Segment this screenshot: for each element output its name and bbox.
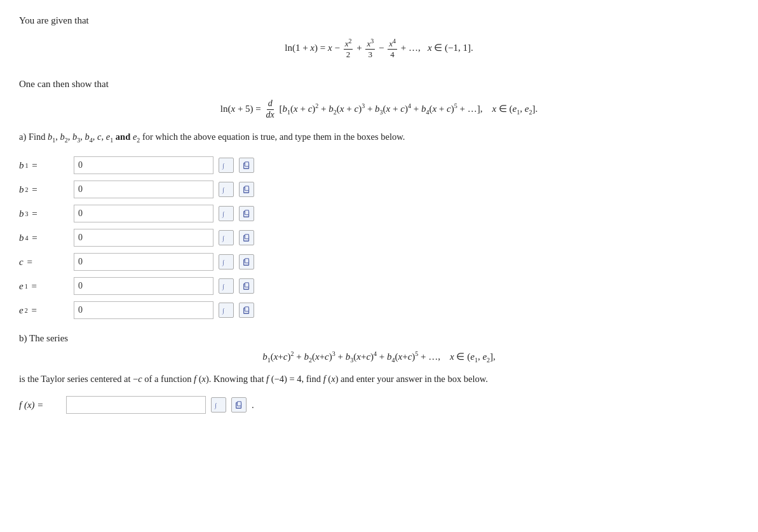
b1-copy-icon[interactable] <box>239 158 254 173</box>
e1-formula-icon[interactable]: ∫ <box>219 278 234 294</box>
svg-text:∫: ∫ <box>222 187 225 194</box>
e2-label: e2 = <box>19 305 70 316</box>
b2-formula-icon[interactable]: ∫ <box>219 182 234 197</box>
c-row: c = ∫ <box>19 253 739 271</box>
svg-text:∫: ∫ <box>222 259 225 267</box>
b3-label: b3 = <box>19 208 70 219</box>
b3-formula-icon[interactable]: ∫ <box>219 206 234 221</box>
part-a-inputs: b1 = ∫ b2 = ∫ b3 = ∫ b4 = ∫ <box>19 156 739 319</box>
e1-row: e1 = ∫ <box>19 277 739 295</box>
fx-input[interactable] <box>66 396 206 414</box>
fx-row: f (x) = ∫ . <box>19 396 739 414</box>
c-copy-icon[interactable] <box>239 254 254 269</box>
e2-input[interactable] <box>74 301 213 319</box>
part-b-body: is the Taylor series centered at −c of a… <box>19 374 739 385</box>
b2-label: b2 = <box>19 184 70 195</box>
part-b-intro: b) The series <box>19 333 739 344</box>
b1-input[interactable] <box>74 156 213 174</box>
svg-text:∫: ∫ <box>222 211 225 219</box>
b4-input[interactable] <box>74 229 213 247</box>
svg-rect-11 <box>245 235 248 239</box>
e1-label: e1 = <box>19 281 70 292</box>
svg-text:∫: ∫ <box>222 235 225 243</box>
b4-row: b4 = ∫ <box>19 229 739 247</box>
b4-copy-icon[interactable] <box>239 230 254 245</box>
svg-text:∫: ∫ <box>222 163 225 170</box>
part-b-section: b) The series b1(x+c)2 + b2(x+c)3 + b3(x… <box>19 333 739 414</box>
fx-copy-icon[interactable] <box>231 397 247 413</box>
svg-rect-23 <box>237 402 241 406</box>
svg-rect-5 <box>245 186 248 191</box>
svg-rect-17 <box>245 283 248 287</box>
b3-row: b3 = ∫ <box>19 205 739 222</box>
ln-series-formula: ln(1 + x) = x − x22 + x33 − x44 + …, x ∈… <box>19 38 739 60</box>
b1-row: b1 = ∫ <box>19 156 739 174</box>
svg-rect-2 <box>245 162 248 167</box>
svg-text:∫: ∫ <box>222 308 225 315</box>
svg-rect-20 <box>245 307 248 311</box>
one-can-text: One can then show that <box>19 79 739 90</box>
b1-label: b1 = <box>19 160 70 171</box>
e1-input[interactable] <box>74 277 213 295</box>
intro-given-text: You are given that <box>19 15 739 26</box>
b1-formula-icon[interactable]: ∫ <box>219 158 234 173</box>
b2-row: b2 = ∫ <box>19 181 739 198</box>
b2-copy-icon[interactable] <box>239 182 254 197</box>
svg-rect-14 <box>245 259 248 263</box>
b3-copy-icon[interactable] <box>239 206 254 221</box>
part-a-question: a) Find b1, b2, b3, b4, c, e1 and e2 for… <box>19 132 739 144</box>
deriv-formula: ln(x + 5) = ddx [b1(x + c)2 + b2(x + c)3… <box>19 99 739 121</box>
fx-label: f (x) = <box>19 400 62 411</box>
c-input[interactable] <box>74 253 213 271</box>
e2-row: e2 = ∫ <box>19 301 739 319</box>
svg-text:∫: ∫ <box>222 283 225 291</box>
svg-rect-8 <box>245 210 248 215</box>
b4-formula-icon[interactable]: ∫ <box>219 230 234 245</box>
e2-copy-icon[interactable] <box>239 303 254 318</box>
svg-text:∫: ∫ <box>214 402 217 410</box>
b4-label: b4 = <box>19 233 70 243</box>
c-formula-icon[interactable]: ∫ <box>219 254 234 269</box>
b2-input[interactable] <box>74 181 213 198</box>
fx-formula-icon[interactable]: ∫ <box>211 397 226 413</box>
b3-input[interactable] <box>74 205 213 222</box>
e2-formula-icon[interactable]: ∫ <box>219 303 234 318</box>
c-label: c = <box>19 257 70 268</box>
period: . <box>252 400 254 411</box>
part-b-series: b1(x+c)2 + b2(x+c)3 + b3(x+c)4 + b4(x+c)… <box>19 350 739 364</box>
e1-copy-icon[interactable] <box>239 278 254 294</box>
